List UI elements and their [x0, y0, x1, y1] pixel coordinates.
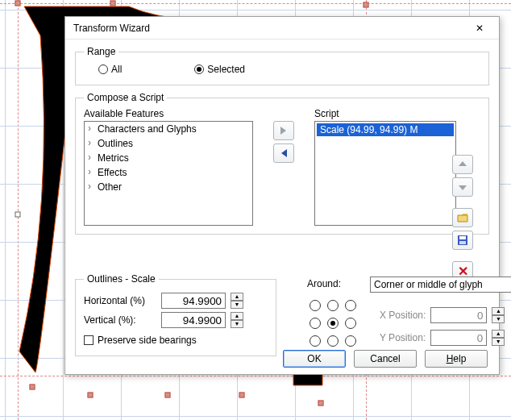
close-icon: ✕ [476, 23, 484, 34]
feature-item[interactable]: Characters and Glyphs [85, 122, 252, 136]
anchor-cell[interactable] [345, 300, 356, 311]
range-group: Range All Selected [75, 46, 489, 85]
close-button[interactable]: ✕ [465, 19, 494, 38]
radio-all-label: All [111, 64, 122, 75]
ok-button[interactable]: OK [283, 350, 346, 368]
horizontal-input[interactable] [161, 293, 226, 309]
remove-from-script-button[interactable] [273, 143, 294, 163]
x-position-input [430, 307, 487, 323]
help-button[interactable]: Help [425, 350, 488, 368]
move-down-button[interactable] [452, 177, 473, 197]
move-up-button[interactable] [452, 155, 473, 174]
x-position-label: X Position: [380, 310, 426, 321]
script-label: Script [314, 108, 456, 119]
add-to-script-button[interactable] [273, 121, 294, 140]
around-select[interactable]: Corner or middle of glyph [370, 277, 511, 293]
open-script-button[interactable] [452, 208, 473, 227]
anchor-cell[interactable] [310, 300, 321, 311]
script-item[interactable]: Scale (94.99, 94.99) M [317, 123, 454, 136]
x-position-stepper: ▲▼ [492, 307, 505, 323]
feature-item[interactable]: Effects [85, 165, 252, 180]
compose-group: Compose a Script Available Features Char… [75, 92, 489, 235]
feature-item[interactable]: Outlines [85, 136, 252, 151]
svg-rect-6 [459, 241, 466, 244]
radio-selected[interactable]: Selected [194, 64, 245, 75]
vertical-stepper[interactable]: ▲▼ [231, 312, 243, 328]
vertical-input[interactable] [161, 312, 226, 328]
available-features-label: Available Features [84, 108, 253, 119]
script-list[interactable]: Scale (94.99, 94.99) M [314, 121, 456, 226]
feature-item[interactable]: Metrics [85, 151, 252, 165]
dialog-footer: OK Cancel Help [65, 342, 499, 374]
save-script-button[interactable] [452, 231, 473, 250]
range-legend: Range [84, 46, 118, 57]
anchor-cell[interactable] [345, 318, 356, 329]
outlines-legend: Outlines - Scale [84, 273, 159, 285]
compose-legend: Compose a Script [84, 92, 167, 103]
anchor-cell[interactable] [327, 300, 339, 311]
dialog-title: Transform Wizard [73, 23, 465, 34]
svg-rect-5 [459, 236, 466, 239]
transform-wizard-dialog: Transform Wizard ✕ Range All Selected Co… [64, 16, 500, 375]
vertical-label: Vertical (%): [84, 314, 156, 326]
anchor-cell[interactable] [310, 318, 321, 329]
horizontal-label: Horizontal (%) [84, 295, 156, 306]
radio-all[interactable]: All [98, 64, 122, 75]
feature-item[interactable]: Other [85, 180, 252, 194]
anchor-cell[interactable] [327, 318, 339, 329]
available-features-list[interactable]: Characters and GlyphsOutlinesMetricsEffe… [84, 121, 253, 226]
cancel-button[interactable]: Cancel [354, 350, 417, 368]
horizontal-stepper[interactable]: ▲▼ [231, 293, 243, 309]
titlebar[interactable]: Transform Wizard ✕ [65, 17, 499, 40]
radio-selected-label: Selected [207, 64, 245, 75]
